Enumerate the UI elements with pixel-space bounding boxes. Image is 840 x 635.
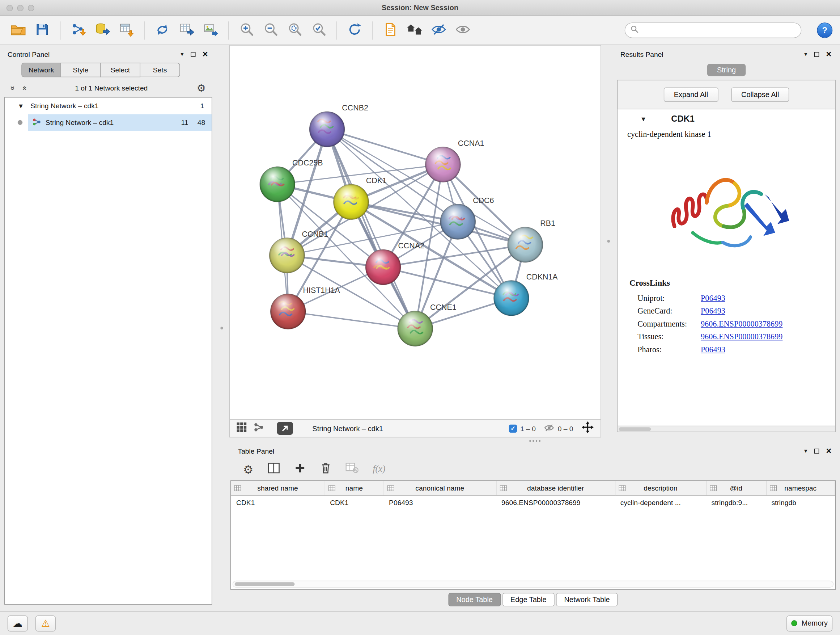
open-in-new-window-button[interactable] bbox=[277, 422, 293, 435]
hide-selected-button[interactable] bbox=[428, 19, 449, 42]
tab-edge-table[interactable]: Edge Table bbox=[502, 593, 554, 606]
add-column-icon[interactable] bbox=[294, 462, 306, 477]
table-panel-splitter[interactable] bbox=[229, 437, 840, 444]
checkbox-icon[interactable]: ✓ bbox=[509, 424, 517, 432]
columns-icon[interactable] bbox=[268, 463, 279, 476]
table-panel-close-button[interactable]: × bbox=[826, 447, 832, 455]
zoom-selected-button[interactable] bbox=[308, 19, 329, 42]
column-header[interactable]: shared name bbox=[231, 481, 325, 495]
network-node-CCNA1[interactable]: CCNA1 bbox=[425, 139, 485, 182]
network-node-RB1[interactable]: RB1 bbox=[508, 219, 555, 262]
delete-column-icon[interactable] bbox=[320, 462, 331, 477]
left-splitter[interactable] bbox=[214, 45, 229, 611]
window-minimize-button[interactable] bbox=[17, 5, 24, 11]
gene-collapse-icon[interactable]: ▼ bbox=[640, 115, 647, 123]
network-tree-child-row[interactable]: String Network – cdk1 11 48 bbox=[5, 114, 212, 131]
results-scrollbar[interactable] bbox=[617, 426, 835, 432]
tab-style[interactable]: Style bbox=[61, 63, 101, 77]
gear-icon[interactable]: ⚙ bbox=[196, 83, 205, 93]
network-node-CDC6[interactable]: CDC6 bbox=[440, 196, 494, 239]
column-header[interactable]: database identifier bbox=[496, 481, 615, 495]
save-session-button[interactable] bbox=[32, 19, 53, 42]
new-network-button[interactable] bbox=[152, 19, 173, 42]
warnings-button[interactable]: ⚠ bbox=[35, 615, 56, 631]
tab-network-table[interactable]: Network Table bbox=[556, 593, 618, 606]
export-table-button[interactable] bbox=[176, 19, 197, 42]
table-row[interactable]: CDK1 CDK1 P06493 9606.ENSP00000378699 cy… bbox=[231, 495, 835, 510]
help-button[interactable]: ? bbox=[817, 22, 832, 38]
export-image-button[interactable] bbox=[200, 19, 221, 42]
open-session-button[interactable] bbox=[8, 19, 29, 42]
right-splitter[interactable] bbox=[601, 45, 616, 437]
network-node-CCNB2[interactable]: CCNB2 bbox=[309, 103, 368, 147]
column-header[interactable]: namespac bbox=[766, 481, 835, 495]
network-node-CDKN1A[interactable]: CDKN1A bbox=[494, 272, 558, 316]
move-crosshair-icon[interactable] bbox=[581, 421, 594, 435]
tree-collapse-icon[interactable]: ▼ bbox=[18, 102, 24, 110]
network-share-icon[interactable] bbox=[253, 422, 264, 435]
home-button[interactable] bbox=[404, 19, 425, 42]
cloud-button[interactable]: ☁ bbox=[8, 615, 28, 631]
zoom-in-button[interactable] bbox=[236, 19, 257, 42]
gene-card-header[interactable]: ▼ CDK1 bbox=[617, 109, 835, 128]
network-edge[interactable] bbox=[288, 311, 415, 328]
search-box[interactable] bbox=[625, 22, 802, 38]
network-node-CDK1[interactable]: CDK1 bbox=[333, 176, 387, 219]
pharos-link[interactable]: P06493 bbox=[701, 345, 725, 354]
delete-table-icon[interactable] bbox=[346, 463, 358, 476]
window-zoom-button[interactable] bbox=[28, 5, 34, 11]
collapse-all-button[interactable]: Collapse All bbox=[731, 87, 789, 102]
table-horizontal-scrollbar[interactable] bbox=[233, 581, 834, 587]
import-network-database-button[interactable] bbox=[92, 19, 113, 42]
table-panel-menu-button[interactable]: ▾ bbox=[804, 447, 807, 455]
column-header[interactable]: name bbox=[325, 481, 384, 495]
column-header[interactable]: @id bbox=[706, 481, 766, 495]
uniprot-link[interactable]: P06493 bbox=[701, 294, 725, 302]
window-close-button[interactable] bbox=[6, 5, 13, 11]
network-canvas[interactable]: CCNB2 CCNA1 CDC25B CDK1 CDC6 bbox=[229, 45, 601, 419]
column-grid-icon bbox=[709, 485, 716, 493]
network-node-HIST1H1A[interactable]: HIST1H1A bbox=[271, 286, 340, 329]
birds-eye-view-icon[interactable] bbox=[236, 422, 247, 435]
table-panel-header: Table Panel ▾ × bbox=[231, 444, 836, 458]
network-graph[interactable]: CCNB2 CCNA1 CDC25B CDK1 CDC6 bbox=[230, 46, 600, 419]
tab-network[interactable]: Network bbox=[21, 63, 61, 77]
network-node-CCNB1[interactable]: CCNB1 bbox=[270, 230, 328, 273]
tab-string[interactable]: String bbox=[707, 64, 745, 76]
import-table-button[interactable] bbox=[116, 19, 137, 42]
column-header[interactable]: description bbox=[615, 481, 706, 495]
zoom-fit-icon bbox=[287, 22, 302, 39]
function-builder-icon[interactable]: f(x) bbox=[373, 464, 385, 475]
tab-select[interactable]: Select bbox=[101, 63, 141, 77]
control-panel-float-button[interactable] bbox=[191, 52, 195, 57]
control-panel-menu-button[interactable]: ▾ bbox=[180, 50, 184, 58]
crosslink-row: GeneCard: P06493 bbox=[630, 304, 823, 318]
column-header[interactable]: canonical name bbox=[384, 481, 496, 495]
genecard-link[interactable]: P06493 bbox=[701, 306, 725, 315]
tab-node-table[interactable]: Node Table bbox=[448, 593, 501, 606]
table-settings-gear-icon[interactable]: ⚙ bbox=[243, 463, 253, 475]
tissues-link[interactable]: 9606.ENSP00000378699 bbox=[701, 332, 783, 341]
memory-button[interactable]: Memory bbox=[786, 615, 832, 631]
document-button[interactable] bbox=[380, 19, 401, 42]
selected-network-row[interactable]: String Network – cdk1 11 48 bbox=[28, 114, 212, 131]
zoom-out-button[interactable] bbox=[260, 19, 281, 42]
results-panel-close-button[interactable]: × bbox=[826, 50, 832, 59]
show-all-button[interactable] bbox=[452, 19, 474, 42]
search-input[interactable] bbox=[643, 27, 796, 35]
network-edge[interactable] bbox=[327, 129, 415, 329]
compartments-link[interactable]: 9606.ENSP00000378699 bbox=[701, 319, 783, 328]
refresh-button[interactable] bbox=[344, 19, 365, 42]
control-panel-close-button[interactable]: × bbox=[202, 50, 208, 59]
collapse-all-icon[interactable]: » bbox=[8, 86, 17, 90]
tab-sets[interactable]: Sets bbox=[141, 63, 180, 77]
table-panel-float-button[interactable] bbox=[814, 448, 819, 453]
expand-all-icon[interactable]: » bbox=[19, 86, 28, 90]
import-network-file-button[interactable] bbox=[68, 19, 89, 42]
zoom-fit-button[interactable] bbox=[284, 19, 305, 42]
results-panel-menu-button[interactable]: ▾ bbox=[804, 50, 807, 58]
network-tree-root-row[interactable]: ▼ String Network – cdk1 1 bbox=[5, 98, 212, 114]
expand-all-button[interactable]: Expand All bbox=[664, 87, 718, 102]
results-panel-float-button[interactable] bbox=[814, 52, 819, 57]
network-edge[interactable] bbox=[327, 129, 443, 165]
